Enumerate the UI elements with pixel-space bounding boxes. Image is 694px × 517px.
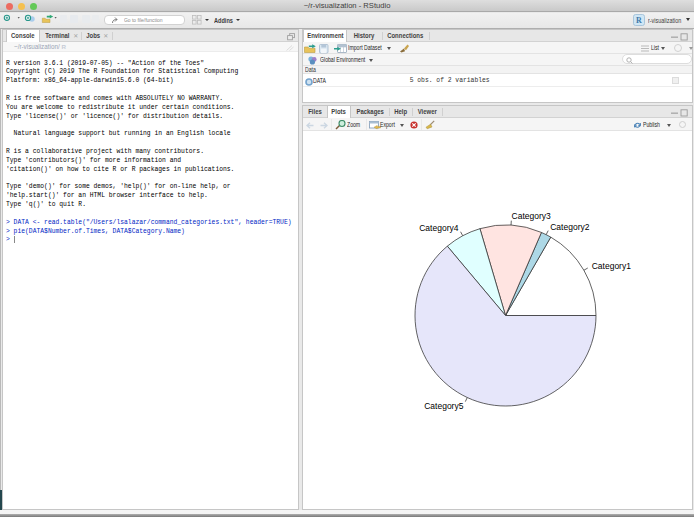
- svg-text:Category5: Category5: [424, 401, 463, 411]
- svg-text:Category4: Category4: [419, 223, 458, 233]
- svg-text:Category1: Category1: [592, 261, 631, 271]
- svg-text:Category3: Category3: [512, 211, 551, 221]
- svg-text:Category2: Category2: [550, 222, 589, 232]
